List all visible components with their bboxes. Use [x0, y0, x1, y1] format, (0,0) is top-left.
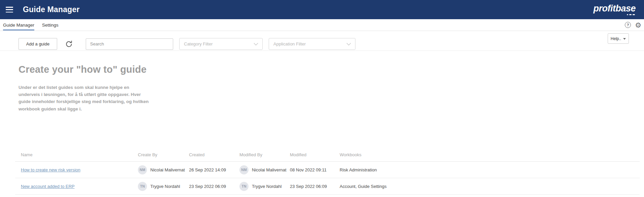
- column-header-created: Created: [189, 152, 239, 157]
- table-row: New account added to ERP TN Trygve Norda…: [15, 178, 640, 195]
- nav-icons: ? ⚙: [625, 22, 641, 29]
- tab-guide-manager[interactable]: Guide Manager: [3, 20, 34, 30]
- column-header-name: Name: [21, 152, 138, 157]
- refresh-icon[interactable]: [65, 40, 73, 48]
- logo-dots-icon: [627, 14, 635, 15]
- gear-icon[interactable]: ⚙: [635, 22, 641, 29]
- create-by-cell: TN Trygve Nordahl: [138, 182, 189, 191]
- logo-text: profitbase: [593, 4, 636, 13]
- application-filter-select[interactable]: Application Filter: [269, 38, 355, 50]
- modified-by-cell: NM Nicolai Malivernat: [239, 165, 290, 174]
- top-header: Guide Manager profitbase: [0, 0, 644, 19]
- guides-table: Name Create By Created Modified By Modif…: [15, 148, 640, 195]
- table-header-row: Name Create By Created Modified By Modif…: [15, 148, 640, 162]
- chevron-down-icon: [346, 43, 351, 45]
- create-by-cell: NM Nicolai Malivernat: [138, 165, 189, 174]
- guide-link[interactable]: New account added to ERP: [21, 184, 75, 189]
- avatar: TN: [138, 182, 147, 191]
- secondary-nav: Guide Manager Settings ? ⚙: [0, 19, 644, 31]
- add-guide-button[interactable]: Add a guide: [18, 38, 57, 50]
- modified-date: 23 Sep 2022 06:09: [290, 184, 340, 189]
- avatar: TN: [239, 182, 249, 191]
- nav-tabs: Guide Manager Settings: [3, 19, 59, 31]
- workbooks-cell: Risk Administration: [340, 167, 640, 172]
- created-date: 23 Sep 2022 06:09: [189, 184, 239, 189]
- avatar: NM: [138, 165, 147, 174]
- modified-by-name: Trygve Nordahl: [252, 184, 281, 189]
- help-button-label: Help..: [611, 36, 621, 41]
- workbooks-cell: Account, Guide Settings: [340, 184, 640, 189]
- app-root: Guide Manager profitbase Guide Manager S…: [0, 0, 644, 197]
- page-title: Guide Manager: [23, 5, 80, 14]
- search-input[interactable]: [86, 38, 173, 50]
- profitbase-logo: profitbase: [593, 4, 636, 15]
- created-date: 26 Sep 2022 14:09: [189, 167, 239, 172]
- application-filter-placeholder: Application Filter: [273, 41, 306, 46]
- content-description: Under er det listet guides som skal kunn…: [18, 84, 151, 112]
- table-row: How to create new risk version NM Nicola…: [15, 162, 640, 178]
- tab-settings[interactable]: Settings: [42, 20, 59, 30]
- toolbar: Add a guide Category Filter Application …: [18, 38, 355, 50]
- modified-date: 08 Nov 2022 09:11: [290, 167, 340, 172]
- content-heading: Create your "how to" guide: [18, 64, 147, 75]
- guide-link[interactable]: How to create new risk version: [21, 167, 80, 172]
- help-circle-icon[interactable]: ?: [625, 22, 631, 28]
- modified-by-cell: TN Trygve Nordahl: [239, 182, 290, 191]
- chevron-down-icon: [254, 43, 258, 45]
- column-header-modified-by: Modified By: [239, 152, 290, 157]
- hamburger-menu-icon[interactable]: [6, 7, 13, 12]
- category-filter-placeholder: Category Filter: [184, 41, 213, 46]
- toolbar-divider: [0, 51, 644, 51]
- caret-down-icon: [623, 38, 626, 40]
- modified-by-name: Nicolai Malivernat: [252, 167, 287, 172]
- create-by-name: Nicolai Malivernat: [150, 167, 185, 172]
- column-header-create-by: Create By: [138, 152, 189, 157]
- column-header-workbooks: Workbooks: [340, 152, 640, 157]
- help-dropdown-button[interactable]: Help..: [608, 33, 629, 44]
- category-filter-select[interactable]: Category Filter: [179, 38, 263, 50]
- column-header-modified: Modified: [290, 152, 340, 157]
- create-by-name: Trygve Nordahl: [150, 184, 180, 189]
- avatar: NM: [239, 165, 249, 174]
